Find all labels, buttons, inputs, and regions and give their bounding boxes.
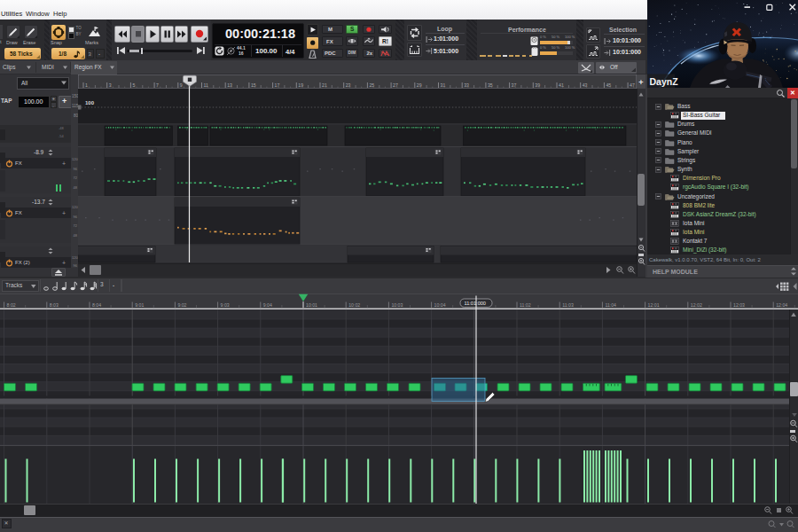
svg-text:12:01: 12:01 bbox=[648, 302, 660, 308]
svg-text:11:04: 11:04 bbox=[605, 302, 616, 308]
svg-text:10:04: 10:04 bbox=[434, 302, 446, 308]
svg-text:5: 5 bbox=[132, 82, 135, 88]
svg-text:12:04: 12:04 bbox=[776, 302, 787, 308]
svg-text:100: 100 bbox=[85, 100, 95, 106]
svg-text:8:04: 8:04 bbox=[92, 302, 101, 308]
svg-text:DaynZ: DaynZ bbox=[650, 76, 679, 87]
svg-text:9:01: 9:01 bbox=[135, 302, 144, 308]
svg-text:8:02: 8:02 bbox=[7, 302, 16, 308]
svg-text:3: 3 bbox=[109, 82, 112, 88]
svg-text:9:03: 9:03 bbox=[221, 302, 230, 308]
svg-text:9:04: 9:04 bbox=[263, 302, 272, 308]
svg-text:7: 7 bbox=[156, 82, 159, 88]
svg-text:12:02: 12:02 bbox=[691, 302, 702, 308]
svg-text:10:02: 10:02 bbox=[348, 302, 360, 308]
svg-text:11:01:000: 11:01:000 bbox=[465, 301, 486, 306]
svg-text:9: 9 bbox=[180, 82, 183, 88]
svg-text:11:03: 11:03 bbox=[562, 302, 574, 308]
svg-text:11:02: 11:02 bbox=[520, 302, 531, 308]
svg-text:1: 1 bbox=[85, 82, 88, 88]
svg-text:9:02: 9:02 bbox=[177, 302, 186, 308]
svg-text:10:03: 10:03 bbox=[391, 302, 403, 308]
svg-text:8:03: 8:03 bbox=[50, 302, 59, 308]
svg-text:10:01: 10:01 bbox=[306, 302, 317, 308]
svg-text:12:03: 12:03 bbox=[733, 302, 745, 308]
